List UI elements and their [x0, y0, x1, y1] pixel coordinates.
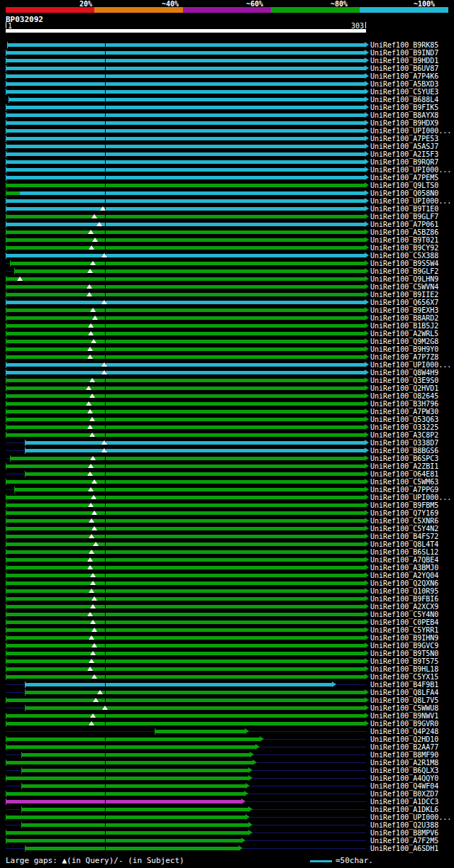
alignment-row[interactable]: UniRef100_Q4P248	[0, 728, 454, 735]
alignment-row[interactable]: UniRef100_C0PEB4	[0, 618, 454, 626]
alignment-row[interactable]: UniRef100_B9IND7	[0, 49, 454, 57]
hit-label[interactable]: UniRef100_A7P7Z8	[370, 353, 438, 361]
hit-label[interactable]: UniRef100_A7P061	[370, 221, 438, 228]
hit-bar-segment[interactable]	[6, 184, 365, 187]
alignment-row[interactable]: UniRef100_Q8W4H9	[0, 369, 454, 377]
hit-label[interactable]: UniRef100_B9RQR7	[370, 158, 438, 166]
hit-label[interactable]: UniRef100_UPI000...	[370, 361, 451, 369]
alignment-row[interactable]: UniRef100_B9FBM5	[0, 501, 454, 509]
hit-bar-segment[interactable]	[6, 714, 365, 718]
hit-label[interactable]: UniRef100_O33225	[370, 423, 438, 431]
alignment-row[interactable]: UniRef100_A7PE53	[0, 135, 454, 143]
hit-label[interactable]: UniRef100_Q9LHN9	[370, 275, 438, 283]
alignment-row[interactable]: UniRef100_C5XNR6	[0, 517, 454, 525]
alignment-row[interactable]: UniRef100_A5BZ86	[0, 228, 454, 236]
alignment-row[interactable]: UniRef100_A7PW30	[0, 408, 454, 416]
hit-label[interactable]: UniRef100_A5ASJ7	[370, 143, 438, 150]
alignment-row[interactable]: UniRef100_A3BMJ0	[0, 564, 454, 572]
hit-label[interactable]: UniRef100_A7PW30	[370, 408, 438, 416]
hit-bar-segment[interactable]	[6, 839, 241, 842]
hit-label[interactable]: UniRef100_B9IND7	[370, 49, 438, 57]
alignment-row[interactable]: UniRef100_B9H9Y0	[0, 345, 454, 353]
hit-bar-segment[interactable]	[6, 74, 365, 78]
hit-bar-segment[interactable]	[21, 823, 248, 827]
hit-bar-segment[interactable]	[6, 90, 365, 94]
hit-bar-segment[interactable]	[6, 558, 365, 562]
hit-bar-segment[interactable]	[6, 433, 365, 437]
hit-bar-segment[interactable]	[6, 191, 20, 195]
alignment-row[interactable]: UniRef100_A7P7Z8	[0, 353, 454, 361]
hit-label[interactable]: UniRef100_Q7Y169	[370, 509, 438, 517]
hit-label[interactable]: UniRef100_A5BXD3	[370, 80, 438, 88]
alignment-row[interactable]: UniRef100_B8AYX8	[0, 111, 454, 119]
hit-bar-segment[interactable]	[6, 67, 365, 70]
alignment-row[interactable]: UniRef100_Q8LFA4	[0, 689, 454, 696]
hit-label[interactable]: UniRef100_C5X388	[370, 252, 438, 260]
hit-bar-segment[interactable]	[6, 519, 365, 523]
hit-label[interactable]: UniRef100_Q2HVD1	[370, 384, 438, 392]
alignment-row[interactable]: UniRef100_B9HDD1	[0, 57, 454, 65]
hit-label[interactable]: UniRef100_B9FBM5	[370, 501, 438, 509]
alignment-row[interactable]: UniRef100_UPI000...	[0, 494, 454, 501]
hit-label[interactable]: UniRef100_UPI000...	[370, 494, 451, 501]
hit-bar-segment[interactable]	[6, 550, 365, 554]
hit-label[interactable]: UniRef100_Q2HD10	[370, 735, 438, 743]
hit-label[interactable]: UniRef100_UPI000...	[370, 127, 451, 135]
alignment-row[interactable]: UniRef100_C5WVN4	[0, 283, 454, 291]
hit-label[interactable]: UniRef100_A4QQY0	[370, 774, 438, 782]
alignment-row[interactable]: UniRef100_B9FIK5	[0, 104, 454, 111]
alignment-row[interactable]: UniRef100_B0XZD7	[0, 790, 454, 798]
hit-bar-segment[interactable]	[6, 332, 365, 335]
hit-bar-segment[interactable]	[6, 800, 241, 803]
hit-bar-segment[interactable]	[21, 753, 250, 757]
hit-label[interactable]: UniRef100_B9HDX9	[370, 119, 438, 127]
alignment-row[interactable]: UniRef100_C5YRR1	[0, 626, 454, 634]
hit-label[interactable]: UniRef100_A5BZ86	[370, 228, 438, 236]
hit-label[interactable]: UniRef100_B9GLF2	[370, 267, 438, 275]
hit-label[interactable]: UniRef100_Q4P248	[370, 728, 438, 735]
hit-label[interactable]: UniRef100_Q3E9S0	[370, 377, 438, 384]
hit-bar-segment[interactable]	[6, 738, 260, 741]
alignment-row[interactable]: UniRef100_O338D7	[0, 439, 454, 447]
alignment-row[interactable]: UniRef100_Q53Q63	[0, 416, 454, 423]
alignment-row[interactable]: UniRef100_UPI000...	[0, 197, 454, 205]
hit-bar-segment[interactable]	[6, 223, 365, 226]
hit-bar-segment[interactable]	[25, 683, 332, 686]
alignment-row[interactable]: UniRef100_A2ZBI1	[0, 462, 454, 470]
hit-label[interactable]: UniRef100_B9CY92	[370, 244, 438, 252]
alignment-row[interactable]: UniRef100_B9EXH3	[0, 306, 454, 314]
hit-bar-segment[interactable]	[25, 449, 365, 452]
hit-bar-segment[interactable]	[6, 597, 365, 601]
alignment-row[interactable]: UniRef100_B9FBI6	[0, 595, 454, 603]
hit-bar-segment[interactable]	[6, 496, 365, 499]
hit-bar-segment[interactable]	[6, 636, 365, 640]
hit-label[interactable]: UniRef100_O64E81	[370, 470, 438, 478]
hit-label[interactable]: UniRef100_C5YRR1	[370, 626, 438, 634]
hit-label[interactable]: UniRef100_UPI000...	[370, 166, 451, 174]
hit-bar-segment[interactable]	[6, 761, 253, 764]
alignment-row[interactable]: UniRef100_A3C8P2	[0, 431, 454, 439]
alignment-row[interactable]: UniRef100_Q8L4T4	[0, 540, 454, 548]
hit-label[interactable]: UniRef100_B9T575	[370, 657, 438, 665]
alignment-row[interactable]: UniRef100_A7F2M5	[0, 837, 454, 845]
alignment-row[interactable]: UniRef100_O82645	[0, 392, 454, 400]
hit-bar-segment[interactable]	[6, 745, 255, 749]
hit-bar-segment[interactable]	[14, 488, 365, 491]
hit-bar-segment[interactable]	[6, 574, 365, 577]
hit-bar-segment[interactable]	[6, 316, 365, 320]
hit-label[interactable]: UniRef100_B9IIE2	[370, 291, 438, 299]
hit-bar-segment[interactable]	[6, 355, 365, 359]
hit-bar-segment[interactable]	[6, 215, 365, 218]
hit-bar-segment[interactable]	[6, 566, 365, 569]
hit-bar-segment[interactable]	[6, 379, 365, 382]
hit-label[interactable]: UniRef100_B9GLF7	[370, 213, 438, 221]
hit-bar-segment[interactable]	[6, 410, 365, 413]
hit-bar-segment[interactable]	[6, 152, 365, 156]
hit-label[interactable]: UniRef100_A1DKL6	[370, 806, 438, 813]
alignment-row[interactable]: UniRef100_B8MPV6	[0, 829, 454, 837]
hit-label[interactable]: UniRef100_Q53Q63	[370, 416, 438, 423]
hit-label[interactable]: UniRef100_B4F9B1	[370, 681, 438, 689]
hit-bar-segment[interactable]	[6, 402, 365, 406]
hit-bar-segment[interactable]	[6, 168, 365, 172]
hit-bar-segment[interactable]	[10, 457, 365, 460]
